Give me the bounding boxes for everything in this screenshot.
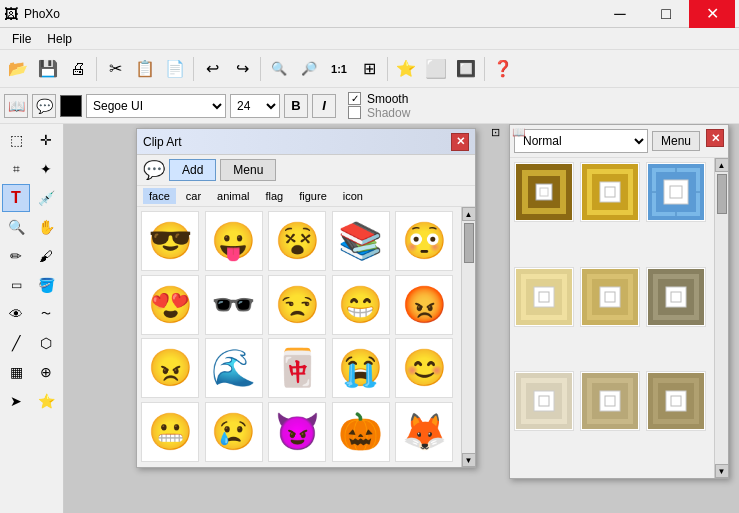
frame-button[interactable]: ⬜ [422,55,450,83]
clip-art-close[interactable]: ✕ [451,133,469,151]
frame-5[interactable] [580,267,640,327]
line-tool[interactable]: ╱ [2,329,30,357]
brush-tool[interactable]: 🖌 [32,242,60,270]
cat-flag[interactable]: flag [259,188,289,204]
arrow-tool[interactable]: ➤ [2,387,30,415]
clone-tool[interactable]: 👁 [2,300,30,328]
star-effect-button[interactable]: ⭐ [392,55,420,83]
add-button[interactable]: Add [169,159,216,181]
emoji-3[interactable]: 📚 [332,211,390,271]
scroll-down[interactable]: ▼ [462,453,476,467]
lasso-tool[interactable]: ⌗ [2,155,30,183]
actual-size-button[interactable]: 1:1 [325,55,353,83]
frames-scroll-up[interactable]: ▲ [715,158,729,172]
font-size-select[interactable]: 24 [230,94,280,118]
emoji-18[interactable]: 🎃 [332,402,390,462]
shape-tool[interactable]: ⬡ [32,329,60,357]
frame-9[interactable] [646,371,706,431]
open-file-button[interactable]: 📂 [4,55,32,83]
color-picker[interactable] [60,95,82,117]
emoji-15[interactable]: 😬 [141,402,199,462]
fit-window-button[interactable]: ⊞ [355,55,383,83]
frame-1[interactable] [514,162,574,222]
menu-button[interactable]: Menu [220,159,276,181]
italic-button[interactable]: I [312,94,336,118]
pencil-tool[interactable]: ✏ [2,242,30,270]
close-button[interactable]: ✕ [689,0,735,28]
emoji-5[interactable]: 😍 [141,275,199,335]
emoji-19[interactable]: 🦊 [395,402,453,462]
emoji-12[interactable]: 🀄 [268,338,326,398]
scroll-up[interactable]: ▲ [462,207,476,221]
emoji-0[interactable]: 😎 [141,211,199,271]
emoji-2[interactable]: 😵 [268,211,326,271]
eyedropper-tool[interactable]: 💉 [32,184,60,212]
canvas-btn-1[interactable]: ⊡ [484,124,506,143]
emoji-17[interactable]: 😈 [268,402,326,462]
emoji-8[interactable]: 😁 [332,275,390,335]
cat-figure[interactable]: figure [293,188,333,204]
open-image-btn[interactable]: 📖 [4,94,28,118]
frames-scroll-down[interactable]: ▼ [715,464,729,478]
emoji-1[interactable]: 😛 [205,211,263,271]
undo-button[interactable]: ↩ [198,55,226,83]
emoji-9[interactable]: 😡 [395,275,453,335]
emoji-14[interactable]: 😊 [395,338,453,398]
frame-3[interactable] [646,162,706,222]
frames-mode-select[interactable]: Normal [514,129,648,153]
frames-scroll-thumb[interactable] [717,174,727,214]
frame-6[interactable] [646,267,706,327]
magnify-tool[interactable]: 🔍 [2,213,30,241]
magic-wand-tool[interactable]: ✦ [32,155,60,183]
cat-face[interactable]: face [143,188,176,204]
zoom-in-button[interactable]: 🔍 [265,55,293,83]
maximize-button[interactable]: □ [643,0,689,28]
emoji-13[interactable]: 😭 [332,338,390,398]
menu-file[interactable]: File [4,30,39,48]
star-tool[interactable]: ⭐ [32,387,60,415]
emoji-7[interactable]: 😒 [268,275,326,335]
emoji-10[interactable]: 😠 [141,338,199,398]
redo-button[interactable]: ↪ [228,55,256,83]
copy-button[interactable]: 📋 [131,55,159,83]
save-button[interactable]: 💾 [34,55,62,83]
bold-button[interactable]: B [284,94,308,118]
smooth-checkbox[interactable]: ✓ [348,92,361,105]
minimize-button[interactable]: ─ [597,0,643,28]
frame-4[interactable] [514,267,574,327]
svg-rect-28 [605,292,615,302]
cat-icon[interactable]: icon [337,188,369,204]
effects-button[interactable]: 🔲 [452,55,480,83]
cat-car[interactable]: car [180,188,207,204]
cut-button[interactable]: ✂ [101,55,129,83]
cat-animal[interactable]: animal [211,188,255,204]
frame-8[interactable] [580,371,640,431]
print-button[interactable]: 🖨 [64,55,92,83]
emoji-11[interactable]: 🌊 [205,338,263,398]
menu-help[interactable]: Help [39,30,80,48]
frames-close[interactable]: ✕ [706,129,724,147]
canvas-btn-2[interactable]: 📖 [508,124,530,143]
frames-menu-button[interactable]: Menu [652,131,700,151]
font-name-select[interactable]: Segoe UI [86,94,226,118]
frame-2[interactable] [580,162,640,222]
frame-7[interactable] [514,371,574,431]
speech-bubble-btn[interactable]: 💬 [32,94,56,118]
gradient-tool[interactable]: ▦ [2,358,30,386]
eraser-tool[interactable]: ▭ [2,271,30,299]
hand-tool[interactable]: ✋ [32,213,60,241]
help-button[interactable]: ❓ [489,55,517,83]
fill-tool[interactable]: 🪣 [32,271,60,299]
text-tool[interactable]: T [2,184,30,212]
shadow-checkbox[interactable] [348,106,361,119]
emoji-6[interactable]: 🕶️ [205,275,263,335]
paste-button[interactable]: 📄 [161,55,189,83]
zoom-out-button[interactable]: 🔎 [295,55,323,83]
move-tool[interactable]: ✛ [32,126,60,154]
crop-tool[interactable]: ⊕ [32,358,60,386]
emoji-4[interactable]: 😳 [395,211,453,271]
scroll-thumb[interactable] [464,223,474,263]
select-tool[interactable]: ⬚ [2,126,30,154]
smudge-tool[interactable]: 〜 [32,300,60,328]
emoji-16[interactable]: 😢 [205,402,263,462]
